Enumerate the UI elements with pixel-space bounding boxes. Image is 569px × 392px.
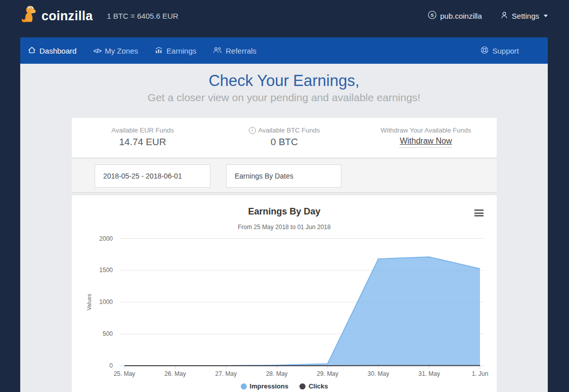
y-axis-tick-label: 1500 [99,267,113,274]
nav-item-my-zones[interactable]: </> My Zones [93,47,138,55]
x-axis-tick-label: 26. May [164,370,186,377]
y-axis-title: Values [86,293,92,310]
legend-item-impressions[interactable]: Impressions [241,382,289,390]
settings-menu[interactable]: Settings [500,11,548,21]
nav-item-dashboard[interactable]: Dashboard [28,46,76,56]
withdraw-block: Withdraw Your Available Funds Withdraw N… [355,118,497,157]
chart-title: Earnings By Day [72,206,497,217]
nav-label: My Zones [105,47,138,55]
eur-funds-value: 14.74 EUR [119,137,166,148]
funds-card: Available EUR Funds 14.74 EUR i Availabl… [72,118,497,157]
skype-account-label: pub.coinzilla [440,12,482,20]
code-icon: </> [93,47,101,55]
y-axis-tick-label: 1000 [99,298,113,306]
info-icon[interactable]: i [249,127,256,134]
coinzilla-logo[interactable]: coinzilla [20,5,93,26]
skype-contact[interactable]: S pub.coinzilla [428,11,482,21]
legend-marker-icon [241,383,247,389]
eur-funds-block: Available EUR Funds 14.74 EUR [72,118,213,157]
bar-chart-icon [155,46,163,56]
skype-icon: S [428,11,436,21]
x-axis-tick-label: 31. May [418,370,440,377]
y-axis-tick-label: 2000 [99,235,113,242]
withdraw-label: Withdraw Your Available Funds [381,126,471,134]
x-axis-tick-label: 25. May [114,370,136,377]
main-navbar: Dashboard </> My Zones Earnings Refer [20,37,548,64]
impressions-area [124,257,480,366]
report-type-select[interactable] [226,164,341,188]
date-range-input[interactable] [95,164,210,188]
chart-context-menu-icon[interactable] [474,209,484,216]
btc-funds-label: Available BTC Funds [258,126,320,134]
user-icon [500,11,508,21]
chart-legend: ImpressionsClicks [72,382,497,390]
btc-funds-block: i Available BTC Funds 0 BTC [213,118,355,157]
btc-exchange-rate: 1 BTC = 6405.6 EUR [107,12,178,20]
svg-text:S: S [431,12,434,18]
people-icon [213,46,222,56]
x-axis-tick-label: 1. Jun [472,370,489,377]
nav-label: Earnings [166,47,196,55]
legend-item-clicks[interactable]: Clicks [299,382,328,390]
y-axis-tick-label: 500 [103,330,113,337]
earnings-chart-card: 0500100015002000Values25. May26. May27. … [72,195,497,392]
legend-label: Clicks [309,382,328,390]
main-content: Check Your Earnings, Get a closer view o… [20,64,548,392]
home-icon [28,46,36,56]
x-axis-tick-label: 27. May [215,370,237,377]
page-title: Check Your Earnings, [20,72,548,90]
nav-item-support[interactable]: Support [480,46,519,56]
settings-label: Settings [512,12,539,20]
legend-label: Impressions [250,382,289,390]
eur-funds-label: Available EUR Funds [111,126,173,134]
x-axis-tick-label: 30. May [368,370,389,377]
x-axis-tick-label: 29. May [317,370,338,377]
page-subtitle: Get a closer view on your pending and av… [20,92,548,104]
nav-item-earnings[interactable]: Earnings [155,46,196,56]
chevron-down-icon [544,15,548,17]
chart-subtitle: From 25 May 2018 to 01 Jun 2018 [72,224,497,231]
nav-item-referrals[interactable]: Referrals [213,46,256,56]
dinosaur-logo-icon [20,5,37,26]
btc-funds-value: 0 BTC [271,137,298,148]
brand-name: coinzilla [41,9,93,23]
nav-label: Dashboard [39,47,76,55]
nav-label: Referrals [226,47,256,55]
legend-marker-icon [299,383,305,389]
x-axis-tick-label: 28. May [266,370,288,377]
y-axis-tick-label: 0 [109,362,113,369]
nav-label: Support [492,47,519,55]
withdraw-now-link[interactable]: Withdraw Now [400,137,452,148]
topbar: coinzilla 1 BTC = 6405.6 EUR S pub.coinz… [0,0,569,31]
filter-bar [72,158,497,193]
lifebuoy-icon [480,46,489,56]
